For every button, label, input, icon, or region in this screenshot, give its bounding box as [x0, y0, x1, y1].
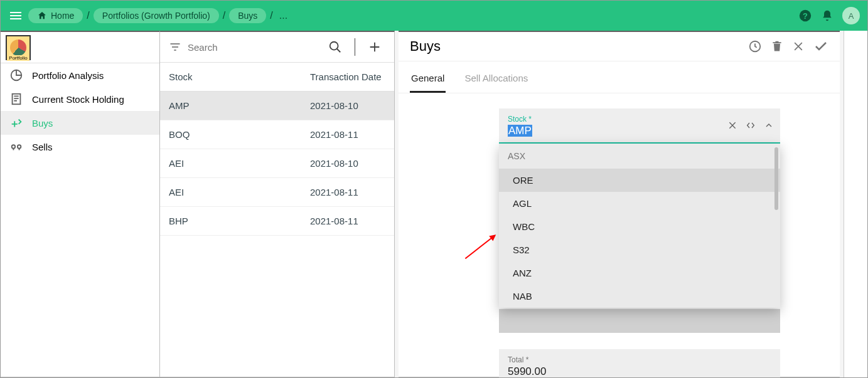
- close-icon[interactable]: [792, 40, 805, 53]
- home-icon: [37, 11, 47, 21]
- stock-dropdown: ASX ORE AGL WBC S32 ANZ NAB: [499, 144, 780, 308]
- check-icon[interactable]: [813, 39, 828, 54]
- header-stock: Stock: [169, 71, 310, 82]
- breadcrumb-label: Portfolios (Growth Portfolio): [102, 11, 210, 21]
- breadcrumb: Home / Portfolios (Growth Portfolio) / B…: [28, 8, 793, 23]
- search-icon[interactable]: [324, 40, 346, 54]
- tab-sell-allocations[interactable]: Sell Allocations: [463, 65, 529, 93]
- navigate-icon[interactable]: [745, 120, 756, 130]
- help-icon[interactable]: ?: [798, 9, 812, 23]
- dropdown-option[interactable]: ANZ: [499, 261, 780, 285]
- breadcrumb-portfolios[interactable]: Portfolios (Growth Portfolio): [94, 8, 219, 23]
- total-field-value: 5990.00: [508, 365, 771, 378]
- chevron-up-icon[interactable]: [764, 120, 774, 130]
- receipt-icon: [9, 92, 23, 106]
- annotation-arrow: [465, 235, 496, 260]
- delete-icon[interactable]: [771, 40, 783, 53]
- obscured-field: [499, 309, 780, 333]
- nav-item-sells[interactable]: Sells: [1, 135, 159, 159]
- avatar[interactable]: A: [842, 7, 860, 24]
- nav-item-buys[interactable]: Buys: [1, 111, 159, 135]
- total-field[interactable]: Total * 5990.00: [499, 349, 780, 378]
- form-inner: Stock * AMP: [499, 108, 780, 144]
- buy-icon: [9, 116, 23, 130]
- nav-item-portfolio-analysis[interactable]: Portfolio Analysis: [1, 63, 159, 87]
- sell-icon: [9, 140, 23, 154]
- dropdown-option[interactable]: ORE: [499, 169, 780, 192]
- row-stock: BOQ: [169, 129, 310, 140]
- bell-icon[interactable]: [821, 9, 833, 22]
- lower-fields: Total * 5990.00: [499, 309, 780, 378]
- dropdown-option[interactable]: NAB: [499, 285, 780, 308]
- svg-point-5: [18, 145, 21, 149]
- add-icon[interactable]: [364, 40, 385, 54]
- topbar: Home / Portfolios (Growth Portfolio) / B…: [1, 1, 867, 31]
- list-row[interactable]: BOQ 2021-08-11: [160, 120, 394, 149]
- dropdown-option[interactable]: AGL: [499, 192, 780, 215]
- row-date: 2021-08-10: [310, 158, 385, 169]
- row-stock: BHP: [169, 216, 310, 226]
- breadcrumb-separator: /: [223, 10, 225, 21]
- row-date: 2021-08-11: [310, 129, 385, 140]
- brand-row: Portfolio: [1, 32, 159, 63]
- list-row[interactable]: AMP 2021-08-10: [160, 92, 394, 120]
- filter-icon[interactable]: [169, 41, 181, 53]
- stock-field[interactable]: Stock * AMP: [499, 108, 780, 144]
- pie-icon: [9, 68, 23, 82]
- nav-label: Portfolio Analysis: [32, 70, 104, 81]
- page-title: Buys: [410, 38, 739, 55]
- dropdown-option[interactable]: WBC: [499, 215, 780, 238]
- row-stock: AEI: [169, 158, 310, 169]
- app-logo: Portfolio: [6, 35, 31, 60]
- field-icons: [727, 120, 774, 130]
- dropdown-group-label: ASX: [499, 144, 780, 169]
- nav-item-current-holding[interactable]: Current Stock Holding: [1, 87, 159, 111]
- list-row[interactable]: BHP 2021-08-11: [160, 207, 394, 236]
- list-toolbar: [160, 32, 394, 63]
- menu-icon[interactable]: [8, 8, 23, 23]
- main-content: Portfolio Portfolio Analysis Current Sto…: [1, 31, 867, 377]
- clear-icon[interactable]: [727, 120, 737, 130]
- breadcrumb-separator: /: [87, 10, 89, 21]
- row-stock: AMP: [169, 100, 310, 111]
- nav-label: Buys: [32, 118, 53, 129]
- dropdown-option[interactable]: S32: [499, 238, 780, 261]
- total-field-label: Total *: [508, 355, 771, 364]
- row-date: 2021-08-10: [310, 100, 385, 111]
- tabs: General Sell Allocations: [399, 65, 840, 93]
- row-date: 2021-08-11: [310, 216, 385, 226]
- svg-point-4: [12, 145, 16, 149]
- history-icon[interactable]: [748, 39, 762, 53]
- nav-column: Portfolio Portfolio Analysis Current Sto…: [1, 31, 160, 377]
- breadcrumb-label: Home: [51, 11, 74, 21]
- right-strip: [844, 31, 867, 377]
- svg-text:?: ?: [803, 11, 808, 21]
- tab-general[interactable]: General: [410, 65, 446, 93]
- breadcrumb-home[interactable]: Home: [28, 8, 83, 23]
- list-column: Stock Transaction Date AMP 2021-08-10 BO…: [160, 31, 395, 377]
- list-header: Stock Transaction Date: [160, 63, 394, 92]
- toolbar-separator: [355, 38, 355, 56]
- breadcrumb-ellipsis[interactable]: ...: [277, 10, 290, 21]
- list-row[interactable]: AEI 2021-08-11: [160, 178, 394, 207]
- brand-text: Portfolio: [7, 55, 29, 61]
- search-input[interactable]: [188, 42, 318, 53]
- detail-column: Buys General Sell Allocations Stock *: [399, 31, 840, 377]
- nav-label: Current Stock Holding: [32, 94, 124, 105]
- detail-header: Buys: [399, 32, 840, 61]
- topbar-actions: ? A: [798, 7, 860, 24]
- breadcrumb-separator: /: [270, 10, 272, 21]
- svg-point-6: [330, 42, 338, 50]
- breadcrumb-buys[interactable]: Buys: [229, 8, 266, 23]
- breadcrumb-label: Buys: [238, 11, 257, 21]
- header-date: Transaction Date: [310, 71, 385, 82]
- list-row[interactable]: AEI 2021-08-10: [160, 149, 394, 178]
- row-date: 2021-08-11: [310, 187, 385, 197]
- dropdown-scrollbar[interactable]: [774, 147, 778, 210]
- form-area: Stock * AMP: [399, 93, 840, 159]
- stock-field-value[interactable]: AMP: [508, 125, 692, 137]
- row-stock: AEI: [169, 187, 310, 197]
- nav-label: Sells: [32, 142, 53, 152]
